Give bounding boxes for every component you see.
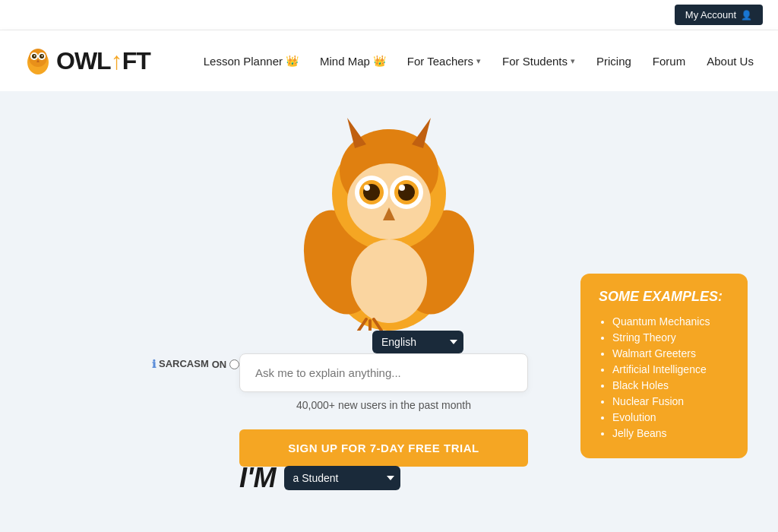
list-item: Artificial Intelligence <box>612 363 729 375</box>
header: OWL↑FT Lesson Planner 👑 Mind Map 👑 For T… <box>0 30 778 91</box>
search-input[interactable] <box>239 353 528 392</box>
signup-button[interactable]: SIGN UP FOR 7-DAY FREE TRIAL <box>239 429 528 467</box>
svg-marker-14 <box>347 118 366 148</box>
hero-section: English Spanish French German Chinese Ja… <box>0 91 778 532</box>
nav-mind-map[interactable]: Mind Map 👑 <box>312 50 394 72</box>
im-text: I'M <box>239 462 277 494</box>
sarcasm-on-radio[interactable] <box>229 359 239 369</box>
logo-text: OWL↑FT <box>56 49 150 73</box>
examples-box: SOME EXAMPLES: Quantum Mechanics String … <box>580 274 748 458</box>
im-row: I'M a Student a Teacher a Parent a Curio… <box>239 462 400 494</box>
examples-list: Quantum Mechanics String Theory Walmart … <box>599 315 729 439</box>
svg-point-20 <box>364 185 370 191</box>
list-item: String Theory <box>612 331 729 344</box>
list-item: Walmart Greeters <box>612 347 729 359</box>
my-account-button[interactable]: My Account <box>675 5 763 25</box>
list-item: Evolution <box>612 411 729 423</box>
list-item: Nuclear Fusion <box>612 395 729 407</box>
users-count: 40,000+ new users in the past month <box>239 399 528 411</box>
chevron-down-icon: ▾ <box>571 56 575 66</box>
chevron-down-icon: ▾ <box>476 56 481 66</box>
crown-icon: 👑 <box>286 55 299 67</box>
nav-for-teachers[interactable]: For Teachers ▾ <box>400 50 489 72</box>
main-nav: Lesson Planner 👑 Mind Map 👑 For Teachers… <box>196 50 761 72</box>
language-select[interactable]: English Spanish French German Chinese Ja… <box>372 331 463 353</box>
svg-point-24 <box>399 185 405 191</box>
list-item: Jelly Beans <box>612 427 729 439</box>
crown-icon: 👑 <box>373 55 386 67</box>
owl-illustration <box>290 99 488 334</box>
logo-owl-icon <box>23 46 53 76</box>
svg-marker-15 <box>412 118 431 148</box>
examples-title: SOME EXAMPLES: <box>599 289 729 305</box>
nav-pricing[interactable]: Pricing <box>589 50 639 72</box>
nav-for-students[interactable]: For Students ▾ <box>495 50 583 72</box>
svg-point-7 <box>42 55 43 57</box>
nav-forum[interactable]: Forum <box>645 50 693 72</box>
owl-hero-icon <box>298 103 480 331</box>
sarcasm-on-label: ON <box>212 359 227 370</box>
im-role-select[interactable]: a Student a Teacher a Parent a Curious P… <box>284 466 400 490</box>
info-icon[interactable]: ℹ <box>152 358 156 370</box>
list-item: Quantum Mechanics <box>612 315 729 328</box>
nav-about-us[interactable]: About Us <box>699 50 761 72</box>
list-item: Black Holes <box>612 379 729 391</box>
svg-point-26 <box>351 239 427 323</box>
svg-point-6 <box>34 55 36 57</box>
nav-lesson-planner[interactable]: Lesson Planner 👑 <box>196 50 306 72</box>
logo[interactable]: OWL↑FT <box>23 46 150 76</box>
top-bar: My Account <box>0 0 778 30</box>
